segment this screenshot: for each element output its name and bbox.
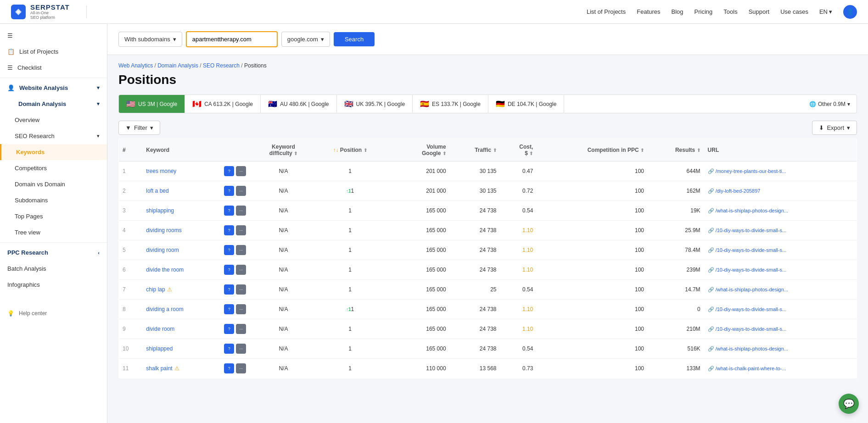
search-button[interactable]: Search: [334, 32, 375, 46]
sidebar-item-overview[interactable]: Overview: [0, 112, 107, 128]
keyword-link[interactable]: divide room: [146, 326, 174, 332]
user-avatar[interactable]: 👤: [843, 5, 857, 19]
action-question[interactable]: ?: [224, 284, 234, 295]
action-question[interactable]: ?: [224, 363, 234, 373]
export-button[interactable]: ⬇ Export ▾: [812, 121, 857, 135]
url-link[interactable]: 🔗 /10-diy-ways-to-divide-small-s...: [708, 247, 787, 253]
sidebar-item-checklist[interactable]: ☰ Checklist: [0, 60, 107, 76]
keyword-link[interactable]: dividing rooms: [146, 227, 181, 234]
nav-blog[interactable]: Blog: [672, 8, 683, 15]
url-link[interactable]: 🔗 /10-diy-ways-to-divide-small-s...: [708, 267, 787, 273]
keyword-link[interactable]: loft a bed: [146, 188, 168, 194]
action-more[interactable]: ···: [236, 206, 246, 216]
sidebar-item-ppc-research[interactable]: PPC Research ‹: [0, 245, 107, 261]
keyword-link[interactable]: trees money: [146, 168, 176, 174]
action-question[interactable]: ?: [224, 324, 234, 334]
action-more[interactable]: ···: [236, 265, 246, 275]
sidebar-item-list-of-projects[interactable]: 📋 List of Projects: [0, 44, 107, 60]
keyword-link[interactable]: shalk paint: [146, 365, 172, 372]
nav-pricing[interactable]: Pricing: [694, 8, 713, 15]
col-keyword: Keyword: [142, 139, 220, 161]
sidebar-menu-toggle[interactable]: ☰: [0, 28, 107, 44]
language-selector[interactable]: EN ▾: [819, 8, 832, 15]
sidebar-item-top-pages[interactable]: Top Pages: [0, 208, 107, 224]
breadcrumb-seo-research[interactable]: SEO Research: [203, 62, 240, 69]
action-question[interactable]: ?: [224, 225, 234, 235]
sidebar-item-competitors[interactable]: Competitors: [0, 160, 107, 176]
nav-tools[interactable]: Tools: [723, 8, 737, 15]
action-question[interactable]: ?: [224, 304, 234, 314]
chat-widget[interactable]: 💬: [839, 394, 859, 414]
sidebar-item-domain-vs-domain[interactable]: Domain vs Domain: [0, 176, 107, 192]
nav-support[interactable]: Support: [749, 8, 770, 15]
cell-keyword: loft a bed: [142, 181, 220, 201]
subdomain-select[interactable]: With subdomains ▾: [118, 32, 182, 47]
keyword-link[interactable]: chip lap: [146, 286, 165, 293]
engine-select[interactable]: google.com ▾: [281, 32, 330, 47]
action-question[interactable]: ?: [224, 245, 234, 255]
col-cost[interactable]: Cost,$ ⬆: [500, 139, 537, 161]
action-more[interactable]: ···: [236, 284, 246, 295]
country-tab-us[interactable]: 🇺🇸 US 3M | Google: [119, 95, 185, 113]
action-more[interactable]: ···: [236, 186, 246, 196]
sidebar-item-tree-view[interactable]: Tree view: [0, 224, 107, 240]
action-question[interactable]: ?: [224, 166, 234, 176]
action-question[interactable]: ?: [224, 186, 234, 196]
action-question[interactable]: ?: [224, 206, 234, 216]
col-kd[interactable]: Keyworddifficulty ⬆: [252, 139, 314, 161]
keyword-link[interactable]: divide the room: [146, 267, 184, 273]
sidebar-item-keywords[interactable]: Keywords: [0, 144, 107, 160]
sidebar-item-batch-analysis[interactable]: Batch Analysis: [0, 261, 107, 277]
cell-traffic: 24 738: [450, 240, 500, 260]
action-question[interactable]: ?: [224, 344, 234, 354]
url-link[interactable]: 🔗 /diy-loft-bed-205897: [708, 188, 761, 194]
action-question[interactable]: ?: [224, 265, 234, 275]
keyword-link[interactable]: shiplapped: [146, 345, 173, 352]
col-competition[interactable]: Competition in PPC ⬆: [537, 139, 648, 161]
url-link[interactable]: 🔗 /10-diy-ways-to-divide-small-s...: [708, 326, 787, 332]
keyword-link[interactable]: dividing room: [146, 247, 179, 253]
keyword-link[interactable]: shiplapping: [146, 207, 174, 214]
url-link[interactable]: 🔗 /what-is-shiplap-photos-design...: [708, 208, 788, 213]
country-tab-uk[interactable]: 🇬🇧 UK 395.7K | Google: [337, 95, 413, 113]
logo[interactable]: SERPSTAT All-in-OneSEO platform: [11, 3, 70, 20]
sidebar-item-domain-analysis[interactable]: Domain Analysis ▾: [0, 96, 107, 112]
filter-button[interactable]: ▼ Filter ▾: [118, 121, 160, 135]
page-title: Positions: [118, 72, 857, 87]
col-traffic[interactable]: Traffic ⬆: [450, 139, 500, 161]
col-results[interactable]: Results ⬆: [648, 139, 704, 161]
url-link[interactable]: 🔗 /10-diy-ways-to-divide-small-s...: [708, 306, 787, 312]
col-volume[interactable]: VolumeGoogle ⬆: [395, 139, 450, 161]
sidebar-item-seo-research[interactable]: SEO Research ▾: [0, 128, 107, 144]
breadcrumb-domain-analysis[interactable]: Domain Analysis: [157, 62, 198, 69]
country-tab-de[interactable]: 🇩🇪 DE 104.7K | Google: [488, 95, 565, 113]
country-tab-ca[interactable]: 🇨🇦 CA 613.2K | Google: [185, 95, 261, 113]
url-link[interactable]: 🔗 /what-is-shiplap-photos-design...: [708, 287, 788, 292]
country-tab-au[interactable]: 🇦🇺 AU 480.6K | Google: [261, 95, 337, 113]
url-link[interactable]: 🔗 /money-tree-plants-our-best-ti...: [708, 168, 786, 174]
domain-search-input[interactable]: [186, 31, 278, 47]
col-position[interactable]: ↑↓ Position ⬆: [314, 139, 386, 161]
sidebar-item-infographics[interactable]: Infographics: [0, 277, 107, 293]
sidebar-item-website-analysis[interactable]: 👤 Website Analysis ▾: [0, 80, 107, 96]
sidebar-item-subdomains[interactable]: Subdomains: [0, 192, 107, 208]
sidebar-item-help-center[interactable]: 💡 Help center: [0, 306, 107, 321]
action-more[interactable]: ···: [236, 363, 246, 373]
chevron-down-icon: ▾: [173, 36, 176, 43]
breadcrumb-web-analytics[interactable]: Web Analytics: [118, 62, 153, 69]
action-more[interactable]: ···: [236, 166, 246, 176]
url-link[interactable]: 🔗 /10-diy-ways-to-divide-small-s...: [708, 228, 787, 233]
nav-use-cases[interactable]: Use cases: [780, 8, 808, 15]
keyword-link[interactable]: dividing a room: [146, 306, 183, 312]
action-more[interactable]: ···: [236, 245, 246, 255]
country-tab-es[interactable]: 🇪🇸 ES 133.7K | Google: [413, 95, 488, 113]
country-tab-other[interactable]: 🌐 Other 0.9M ▾: [803, 96, 857, 112]
nav-features[interactable]: Features: [637, 8, 660, 15]
action-more[interactable]: ···: [236, 324, 246, 334]
nav-list-of-projects[interactable]: List of Projects: [587, 8, 626, 15]
url-link[interactable]: 🔗 /what-is-shiplap-photos-design...: [708, 346, 788, 351]
action-more[interactable]: ···: [236, 304, 246, 314]
action-more[interactable]: ···: [236, 344, 246, 354]
url-link[interactable]: 🔗 /what-is-chalk-paint-where-to-...: [708, 366, 786, 371]
action-more[interactable]: ···: [236, 225, 246, 235]
